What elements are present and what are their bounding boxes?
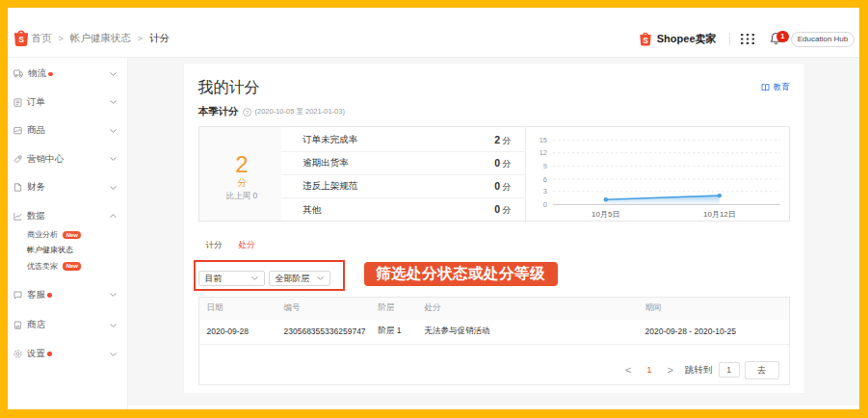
svg-text:0: 0: [542, 200, 546, 209]
svg-text:6: 6: [542, 175, 546, 184]
svg-text:S: S: [643, 36, 648, 45]
svg-text:10月12日: 10月12日: [703, 210, 736, 219]
svg-text:12: 12: [539, 148, 546, 157]
svg-text:15: 15: [539, 136, 546, 144]
svg-text:?: ?: [245, 109, 249, 115]
svg-text:10月5日: 10月5日: [592, 210, 619, 219]
svg-text:S: S: [18, 35, 24, 44]
svg-text:9: 9: [542, 162, 546, 170]
svg-text:3: 3: [542, 187, 546, 196]
